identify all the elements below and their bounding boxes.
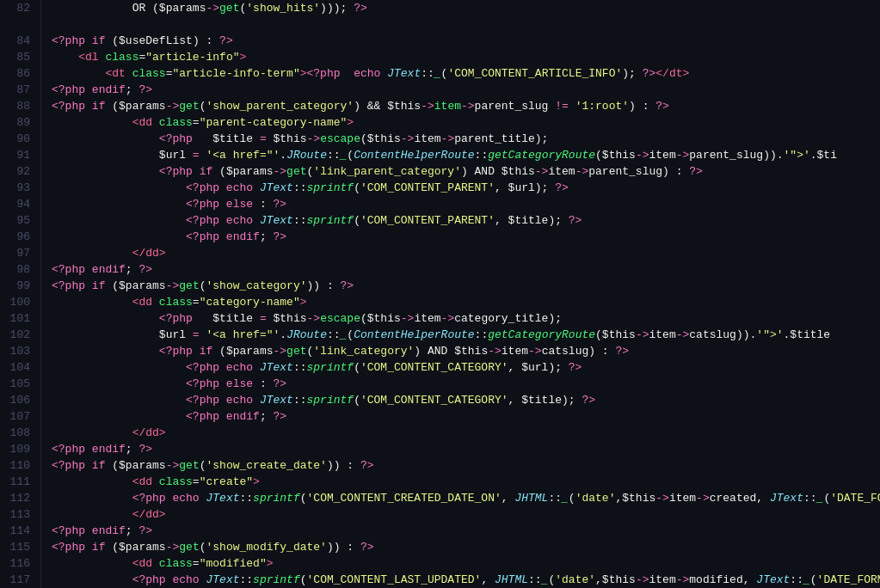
table-row: 91 $url = '<a href="'.JRoute::_(ContentH… <box>0 147 880 163</box>
code-line: <?php endif; ?> <box>52 441 880 457</box>
code-line: <?php if ($params->get('show_modify_date… <box>52 539 880 555</box>
code-line: <?php endif; ?> <box>52 82 880 98</box>
table-row: 96 <?php endif; ?> <box>0 229 880 245</box>
code-line: <dl class="article-info"> <box>52 49 880 65</box>
line-number: 102 <box>7 327 30 343</box>
table-row: 105 <?php else : ?> <box>0 376 880 392</box>
code-line: <?php $title = $this->escape($this->item… <box>52 131 880 147</box>
code-line: <?php echo JText::sprintf('COM_CONTENT_C… <box>52 490 880 506</box>
line-number: 114 <box>7 523 30 539</box>
line-number: 90 <box>7 131 30 147</box>
table-row: 94 <?php else : ?> <box>0 196 880 212</box>
code-line: <?php echo JText::sprintf('COM_CONTENT_C… <box>52 392 880 408</box>
line-number: 113 <box>7 506 30 523</box>
code-line: <?php if ($params->get('show_category'))… <box>52 278 880 294</box>
line-number: 109 <box>7 441 30 457</box>
code-line: <?php else : ?> <box>52 196 880 212</box>
line-number: 91 <box>7 147 30 163</box>
line-number: 88 <box>7 98 30 114</box>
table-row: 95 <?php echo JText::sprintf('COM_CONTEN… <box>0 212 880 229</box>
code-line: <?php echo JText::sprintf('COM_CONTENT_P… <box>52 212 880 229</box>
table-row: 82 OR ($params->get('show_hits'))); ?> <box>0 0 880 16</box>
code-line: </dd> <box>52 245 880 261</box>
line-number: 87 <box>7 82 30 98</box>
table-row: 92 <?php if ($params->get('link_parent_c… <box>0 163 880 180</box>
code-line: <?php if ($params->get('link_category') … <box>52 343 880 359</box>
line-number: 92 <box>7 163 30 180</box>
code-line: </dd> <box>52 506 880 523</box>
line-number: 96 <box>7 229 30 245</box>
code-line: <dt class="article-info-term"><?php echo… <box>52 65 880 82</box>
table-row: 115 <?php if ($params->get('show_modify_… <box>0 539 880 555</box>
table-row: 103 <?php if ($params->get('link_categor… <box>0 343 880 359</box>
table-row: 112 <?php echo JText::sprintf('COM_CONTE… <box>0 490 880 506</box>
table-row: 98 <?php endif; ?> <box>0 261 880 278</box>
table-row: 107 <?php endif; ?> <box>0 408 880 425</box>
code-editor: 82 OR ($params->get('show_hits'))); ?> 8… <box>0 0 880 588</box>
code-line: <?php if ($params->get('show_create_date… <box>52 457 880 474</box>
line-number: 105 <box>7 376 30 392</box>
line-number: 84 <box>7 33 30 49</box>
line-number: 111 <box>7 474 30 490</box>
line-number: 106 <box>7 392 30 408</box>
code-line: <dd class="modified"> <box>52 555 880 572</box>
line-number: 107 <box>7 408 30 425</box>
line-number: 115 <box>7 539 30 555</box>
line-number: 108 <box>7 425 30 441</box>
table-row: 100 <dd class="category-name"> <box>0 294 880 310</box>
table-row: 90 <?php $title = $this->escape($this->i… <box>0 131 880 147</box>
line-number: 100 <box>7 294 30 310</box>
line-number: 95 <box>7 212 30 229</box>
code-line: <?php endif; ?> <box>52 408 880 425</box>
line-number: 103 <box>7 343 30 359</box>
line-number: 97 <box>7 245 30 261</box>
line-number <box>7 16 30 33</box>
line-number: 110 <box>7 457 30 474</box>
line-number: 85 <box>7 49 30 65</box>
code-line: <?php if ($params->get('show_parent_cate… <box>52 98 880 114</box>
table-row: 117 <?php echo JText::sprintf('COM_CONTE… <box>0 572 880 588</box>
code-line: <?php endif; ?> <box>52 261 880 278</box>
table-row: 101 <?php $title = $this->escape($this->… <box>0 310 880 327</box>
table-row: 86 <dt class="article-info-term"><?php e… <box>0 65 880 82</box>
code-line: <?php endif; ?> <box>52 523 880 539</box>
line-number: 93 <box>7 180 30 196</box>
table-row: 89 <dd class="parent-category-name"> <box>0 114 880 131</box>
code-line: $url = '<a href="'.JRoute::_(ContentHelp… <box>52 147 880 163</box>
table-row: 109 <?php endif; ?> <box>0 441 880 457</box>
table-row: 88 <?php if ($params->get('show_parent_c… <box>0 98 880 114</box>
line-number: 82 <box>7 0 30 16</box>
code-line: <?php if ($useDefList) : ?> <box>52 33 880 49</box>
line-number: 117 <box>7 572 30 588</box>
table-row: 108 </dd> <box>0 425 880 441</box>
table-row: 99 <?php if ($params->get('show_category… <box>0 278 880 294</box>
line-number: 112 <box>7 490 30 506</box>
table-row: 97 </dd> <box>0 245 880 261</box>
line-number: 101 <box>7 310 30 327</box>
code-line: <?php if ($params->get('link_parent_cate… <box>52 163 880 180</box>
table-row: 104 <?php echo JText::sprintf('COM_CONTE… <box>0 359 880 376</box>
code-line: </dd> <box>52 425 880 441</box>
code-line: <dd class="category-name"> <box>52 294 880 310</box>
line-number: 94 <box>7 196 30 212</box>
table-row: 110 <?php if ($params->get('show_create_… <box>0 457 880 474</box>
table-row: 114 <?php endif; ?> <box>0 523 880 539</box>
line-number: 104 <box>7 359 30 376</box>
line-number: 99 <box>7 278 30 294</box>
table-row: 106 <?php echo JText::sprintf('COM_CONTE… <box>0 392 880 408</box>
table-row: 85 <dl class="article-info"> <box>0 49 880 65</box>
line-number: 116 <box>7 555 30 572</box>
code-line: <dd class="create"> <box>52 474 880 490</box>
code-line: <?php echo JText::sprintf('COM_CONTENT_P… <box>52 180 880 196</box>
table-row: 84 <?php if ($useDefList) : ?> <box>0 33 880 49</box>
code-line: <?php endif; ?> <box>52 229 880 245</box>
line-number: 86 <box>7 65 30 82</box>
line-number: 98 <box>7 261 30 278</box>
code-line: OR ($params->get('show_hits'))); ?> <box>52 0 880 16</box>
code-line: <?php $title = $this->escape($this->item… <box>52 310 880 327</box>
table-row <box>0 16 880 33</box>
table-row: 102 $url = '<a href="'.JRoute::_(Content… <box>0 327 880 343</box>
code-line: <dd class="parent-category-name"> <box>52 114 880 131</box>
table-row: 87 <?php endif; ?> <box>0 82 880 98</box>
code-line: $url = '<a href="'.JRoute::_(ContentHelp… <box>52 327 880 343</box>
